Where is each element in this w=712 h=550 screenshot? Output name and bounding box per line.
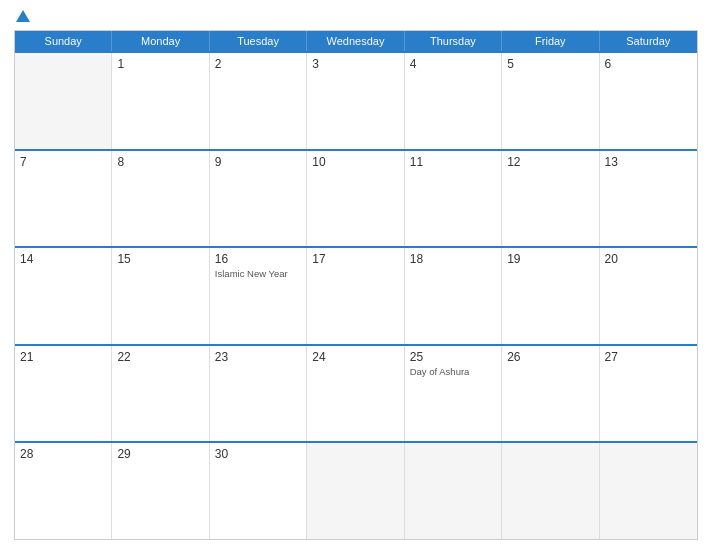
day-cell bbox=[405, 443, 502, 539]
day-cell: 24 bbox=[307, 346, 404, 442]
day-number: 22 bbox=[117, 350, 203, 364]
day-number: 9 bbox=[215, 155, 301, 169]
day-number: 23 bbox=[215, 350, 301, 364]
day-cell: 20 bbox=[600, 248, 697, 344]
day-number: 21 bbox=[20, 350, 106, 364]
day-cell: 23 bbox=[210, 346, 307, 442]
day-cell bbox=[600, 443, 697, 539]
day-cell: 16Islamic New Year bbox=[210, 248, 307, 344]
day-cell: 10 bbox=[307, 151, 404, 247]
logo bbox=[14, 10, 30, 24]
day-number: 7 bbox=[20, 155, 106, 169]
logo-triangle-icon bbox=[16, 10, 30, 22]
day-cell: 15 bbox=[112, 248, 209, 344]
week-row-2: 78910111213 bbox=[15, 149, 697, 247]
day-cell: 17 bbox=[307, 248, 404, 344]
week-row-4: 2122232425Day of Ashura2627 bbox=[15, 344, 697, 442]
day-cell: 28 bbox=[15, 443, 112, 539]
day-cell: 2 bbox=[210, 53, 307, 149]
day-cell: 21 bbox=[15, 346, 112, 442]
day-cell bbox=[15, 53, 112, 149]
day-number: 30 bbox=[215, 447, 301, 461]
weeks-container: 12345678910111213141516Islamic New Year1… bbox=[15, 51, 697, 539]
day-cell: 18 bbox=[405, 248, 502, 344]
day-headers-row: SundayMondayTuesdayWednesdayThursdayFrid… bbox=[15, 31, 697, 51]
day-number: 20 bbox=[605, 252, 692, 266]
day-number: 3 bbox=[312, 57, 398, 71]
day-number: 10 bbox=[312, 155, 398, 169]
day-cell bbox=[307, 443, 404, 539]
page: SundayMondayTuesdayWednesdayThursdayFrid… bbox=[0, 0, 712, 550]
day-header-friday: Friday bbox=[502, 31, 599, 51]
day-number: 16 bbox=[215, 252, 301, 266]
day-header-wednesday: Wednesday bbox=[307, 31, 404, 51]
day-cell: 9 bbox=[210, 151, 307, 247]
day-cell: 6 bbox=[600, 53, 697, 149]
day-number: 4 bbox=[410, 57, 496, 71]
day-header-monday: Monday bbox=[112, 31, 209, 51]
day-cell: 19 bbox=[502, 248, 599, 344]
day-cell: 14 bbox=[15, 248, 112, 344]
day-cell: 4 bbox=[405, 53, 502, 149]
day-number: 29 bbox=[117, 447, 203, 461]
day-number: 26 bbox=[507, 350, 593, 364]
week-row-3: 141516Islamic New Year17181920 bbox=[15, 246, 697, 344]
day-cell bbox=[502, 443, 599, 539]
day-number: 1 bbox=[117, 57, 203, 71]
day-number: 5 bbox=[507, 57, 593, 71]
week-row-1: 123456 bbox=[15, 51, 697, 149]
day-number: 13 bbox=[605, 155, 692, 169]
day-cell: 27 bbox=[600, 346, 697, 442]
day-number: 18 bbox=[410, 252, 496, 266]
day-header-saturday: Saturday bbox=[600, 31, 697, 51]
day-number: 6 bbox=[605, 57, 692, 71]
day-cell: 7 bbox=[15, 151, 112, 247]
day-number: 14 bbox=[20, 252, 106, 266]
header bbox=[14, 10, 698, 24]
day-cell: 5 bbox=[502, 53, 599, 149]
day-cell: 30 bbox=[210, 443, 307, 539]
day-number: 8 bbox=[117, 155, 203, 169]
day-number: 15 bbox=[117, 252, 203, 266]
event-label: Day of Ashura bbox=[410, 366, 496, 377]
day-number: 17 bbox=[312, 252, 398, 266]
day-number: 12 bbox=[507, 155, 593, 169]
day-cell: 8 bbox=[112, 151, 209, 247]
day-number: 25 bbox=[410, 350, 496, 364]
day-cell: 1 bbox=[112, 53, 209, 149]
day-cell: 13 bbox=[600, 151, 697, 247]
day-number: 19 bbox=[507, 252, 593, 266]
day-cell: 3 bbox=[307, 53, 404, 149]
calendar: SundayMondayTuesdayWednesdayThursdayFrid… bbox=[14, 30, 698, 540]
day-cell: 26 bbox=[502, 346, 599, 442]
day-header-tuesday: Tuesday bbox=[210, 31, 307, 51]
day-cell: 12 bbox=[502, 151, 599, 247]
day-number: 24 bbox=[312, 350, 398, 364]
day-number: 27 bbox=[605, 350, 692, 364]
day-header-sunday: Sunday bbox=[15, 31, 112, 51]
day-number: 2 bbox=[215, 57, 301, 71]
event-label: Islamic New Year bbox=[215, 268, 301, 279]
day-cell: 11 bbox=[405, 151, 502, 247]
day-header-thursday: Thursday bbox=[405, 31, 502, 51]
week-row-5: 282930 bbox=[15, 441, 697, 539]
day-cell: 22 bbox=[112, 346, 209, 442]
day-cell: 29 bbox=[112, 443, 209, 539]
day-cell: 25Day of Ashura bbox=[405, 346, 502, 442]
day-number: 28 bbox=[20, 447, 106, 461]
day-number: 11 bbox=[410, 155, 496, 169]
